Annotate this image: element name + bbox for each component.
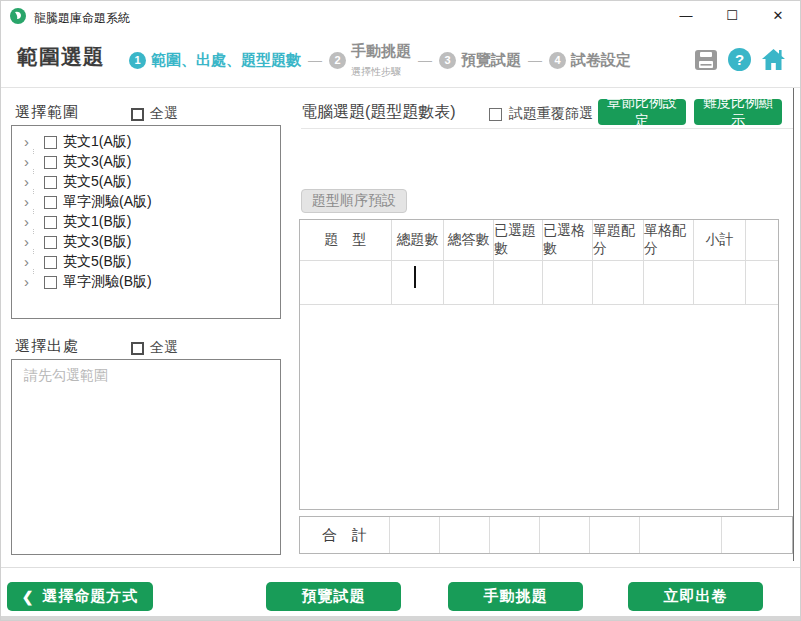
range-item[interactable]: › 英文1(A版) xyxy=(12,132,280,152)
range-select-all[interactable]: 全選 xyxy=(131,105,178,123)
step-indicator: 1 範圍、出處、題型題數 — 2 手動挑題 選擇性步驟 — 3 預覽試題 — 4… xyxy=(129,39,631,81)
expand-chevron-icon[interactable]: › xyxy=(24,155,38,169)
chapter-ratio-button[interactable]: 章節比例設定 xyxy=(598,99,686,125)
step-4-circle: 4 xyxy=(549,52,566,69)
right-panel-divider xyxy=(301,128,793,129)
step-2-label: 手動挑題 選擇性步驟 xyxy=(351,42,411,78)
total-cell xyxy=(390,517,440,553)
column-header: 題 型 xyxy=(300,220,392,261)
app-logo-icon xyxy=(10,8,26,24)
range-select-all-checkbox[interactable] xyxy=(131,108,144,121)
range-item-label: 英文5(A版) xyxy=(63,173,131,191)
home-icon[interactable] xyxy=(761,47,786,72)
column-header: 已選題數 xyxy=(494,220,543,261)
source-listbox[interactable]: 請先勾選範圍 xyxy=(11,359,281,555)
range-item[interactable]: › 英文5(A版) xyxy=(12,172,280,192)
duplicate-filter-checkbox[interactable] xyxy=(489,108,502,121)
expand-chevron-icon[interactable]: › xyxy=(24,255,38,269)
range-item[interactable]: › 英文1(B版) xyxy=(12,212,280,232)
expand-chevron-icon[interactable]: › xyxy=(24,175,38,189)
range-item[interactable]: › 單字測驗(B版) xyxy=(12,272,280,292)
table-header-row: 題 型 總題數 總答數 已選題數 已選格數 單題配分 單格配分 小計 xyxy=(300,220,778,261)
column-header: 單格配分 xyxy=(644,220,694,261)
choose-method-button[interactable]: ❮ 選擇命題方式 xyxy=(7,582,153,611)
table-cell-points-per-blank[interactable] xyxy=(644,261,694,305)
duplicate-filter[interactable]: 試題重覆篩選 xyxy=(489,105,593,123)
expand-chevron-icon[interactable]: › xyxy=(24,235,38,249)
help-icon[interactable]: ? xyxy=(728,48,751,71)
computer-select-title: 電腦選題(題型題數表) xyxy=(301,102,456,123)
range-item-label: 單字測驗(A版) xyxy=(63,193,152,211)
header-divider xyxy=(1,87,801,88)
step-3-label: 預覽試題 xyxy=(461,51,521,70)
range-item-checkbox[interactable] xyxy=(44,236,57,249)
column-header: 總答數 xyxy=(444,220,494,261)
range-item-checkbox[interactable] xyxy=(44,176,57,189)
step-separator: — xyxy=(308,52,322,68)
range-item-checkbox[interactable] xyxy=(44,256,57,269)
table-cell-type[interactable] xyxy=(300,261,392,305)
step-4-label: 試卷設定 xyxy=(571,51,631,70)
range-listbox: › 英文1(A版) › 英文3(A版) › 英文5(A版) › 單字測驗(A版)… xyxy=(11,125,281,319)
range-item-checkbox[interactable] xyxy=(44,216,57,229)
step-3-circle: 3 xyxy=(439,52,456,69)
table-cell-points-per-question[interactable] xyxy=(593,261,644,305)
step-2-title: 手動挑題 xyxy=(351,42,411,59)
expand-chevron-icon[interactable]: › xyxy=(24,135,38,149)
close-button[interactable]: ✕ xyxy=(761,1,795,31)
table-cell-extra[interactable] xyxy=(746,261,778,305)
maximize-button[interactable]: ☐ xyxy=(715,1,749,31)
window-bottom-edge xyxy=(1,616,801,621)
right-panel-edge xyxy=(793,88,794,561)
save-icon[interactable] xyxy=(693,47,718,72)
titlebar: 龍騰題庫命題系統 — ☐ ✕ xyxy=(1,1,801,31)
range-item-checkbox[interactable] xyxy=(44,276,57,289)
expand-chevron-icon[interactable]: › xyxy=(24,195,38,209)
expand-chevron-icon[interactable]: › xyxy=(24,275,38,289)
difficulty-ratio-button[interactable]: 難度比例顯示 xyxy=(694,99,782,125)
total-cell xyxy=(640,517,722,553)
range-item-checkbox[interactable] xyxy=(44,196,57,209)
range-item[interactable]: › 英文3(A版) xyxy=(12,152,280,172)
range-item-checkbox[interactable] xyxy=(44,136,57,149)
total-cell xyxy=(722,517,792,553)
footer-divider xyxy=(1,567,801,568)
step-1-label: 範圍、出處、題型題數 xyxy=(151,51,301,70)
type-order-preset-button[interactable]: 題型順序預設 xyxy=(301,189,407,213)
source-section-title: 選擇出處 xyxy=(15,337,79,356)
range-item-label: 英文1(B版) xyxy=(63,213,131,231)
header-icons: ? xyxy=(693,47,786,72)
app-window: 龍騰題庫命題系統 — ☐ ✕ 範圍選題 1 範圍、出處、題型題數 — 2 手動挑… xyxy=(0,0,801,621)
source-select-all-checkbox[interactable] xyxy=(131,342,144,355)
table-cell-subtotal[interactable] xyxy=(694,261,746,305)
source-select-all[interactable]: 全選 xyxy=(131,339,178,357)
range-item-checkbox[interactable] xyxy=(44,156,57,169)
table-cell-total-answers[interactable] xyxy=(444,261,494,305)
range-item[interactable]: › 英文3(B版) xyxy=(12,232,280,252)
step-1-circle: 1 xyxy=(129,52,146,69)
total-cell xyxy=(590,517,640,553)
total-label-cell: 合 計 xyxy=(300,517,390,553)
minimize-button[interactable]: — xyxy=(669,1,703,31)
manual-pick-button[interactable]: 手動挑題 xyxy=(448,582,583,611)
generate-paper-button[interactable]: 立即出卷 xyxy=(628,582,763,611)
column-header: 小計 xyxy=(694,220,746,261)
table-cell-selected-questions[interactable] xyxy=(494,261,543,305)
table-cell-total-questions[interactable] xyxy=(392,261,444,305)
page-title: 範圍選題 xyxy=(17,43,105,71)
table-cell-selected-blanks[interactable] xyxy=(543,261,593,305)
column-header: 總題數 xyxy=(392,220,444,261)
column-header: 已選格數 xyxy=(543,220,593,261)
total-cell xyxy=(490,517,540,553)
range-item-label: 英文3(B版) xyxy=(63,233,131,251)
preview-questions-button[interactable]: 預覽試題 xyxy=(266,582,401,611)
question-type-table: 題 型 總題數 總答數 已選題數 已選格數 單題配分 單格配分 小計 xyxy=(299,219,779,510)
expand-chevron-icon[interactable]: › xyxy=(24,215,38,229)
total-cell xyxy=(440,517,490,553)
range-select-all-label: 全選 xyxy=(150,105,178,123)
total-cell xyxy=(540,517,590,553)
range-item[interactable]: › 英文5(B版) xyxy=(12,252,280,272)
step-2-subtitle: 選擇性步驟 xyxy=(351,66,401,77)
step-separator: — xyxy=(528,52,542,68)
range-item[interactable]: › 單字測驗(A版) xyxy=(12,192,280,212)
